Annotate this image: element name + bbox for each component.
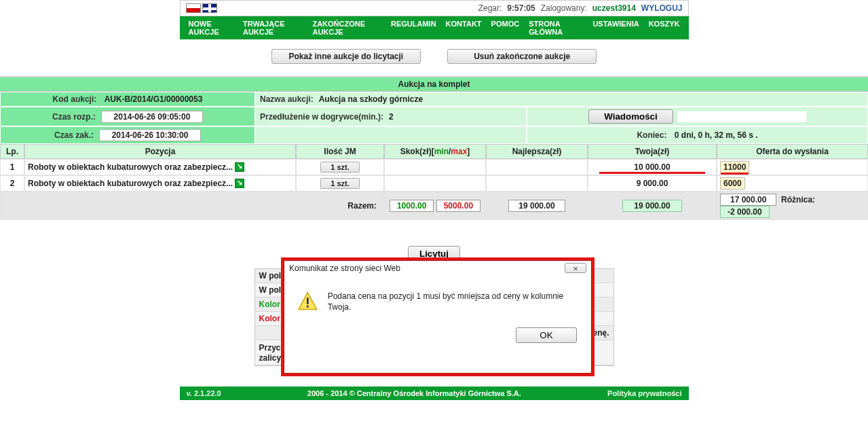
code-value: AUK-B/2014/G1/00000053 (105, 94, 203, 104)
sum-max: 5000.00 (436, 200, 480, 212)
clock-value: 9:57:05 (507, 3, 535, 13)
sum-oferta: 17 000.00 (720, 194, 776, 206)
start-value: 2014-06-26 09:05:00 (101, 111, 203, 123)
table-row: 2 Roboty w obiektach kubaturowych oraz z… (0, 175, 868, 192)
roz-label: Różnica: (781, 195, 815, 204)
close-icon[interactable]: ⨉ (565, 263, 586, 273)
start-label: Czas rozp.: (52, 112, 96, 122)
sum-najlepsza: 19 000.00 (508, 200, 565, 212)
finish-value: 0 dni, 0 h, 32 m, 56 s . (675, 130, 758, 140)
show-other-auctions-button[interactable]: Pokaż inne aukcje do licytacji (271, 49, 421, 64)
expand-icon[interactable] (235, 162, 244, 172)
ilosc-badge: 1 szt. (320, 178, 360, 189)
twoja-value: 9 000.00 (591, 177, 713, 190)
nav-home[interactable]: STRONA GŁÓWNA (524, 16, 588, 39)
offer-input[interactable]: 6000 (720, 177, 745, 190)
footer: v. 2.1.22.0 2006 - 2014 © Centralny Ośro… (180, 386, 689, 400)
user-name: uczest3914 (592, 3, 636, 13)
ext-label: Przedłużenie w dogrywce(min.): (260, 112, 383, 122)
nav-new[interactable]: NOWE AUKCJE (184, 16, 238, 39)
th-pozycja: Pozycja (24, 144, 296, 159)
version: v. 2.1.22.0 (187, 389, 221, 397)
ilosc-badge: 1 szt. (320, 162, 360, 173)
sum-twoja: 19 000.00 (622, 200, 681, 212)
nav-cart[interactable]: KOSZYK (644, 16, 685, 39)
th-lp: Lp. (0, 144, 24, 159)
auction-title: Aukcja na komplet (0, 77, 868, 92)
expand-icon[interactable] (235, 179, 244, 188)
auction-info: Aukcja na komplet Kod aukcji: AUK-B/2014… (0, 76, 868, 144)
ok-button[interactable]: OK (516, 327, 577, 343)
svg-rect-2 (307, 306, 309, 308)
code-label: Kod aukcji: (53, 94, 97, 104)
th-najlepsza: Najlepsza(zł) (486, 144, 588, 159)
pozycja-text: Roboty w obiektach kubaturowych oraz zab… (28, 162, 233, 172)
sum-row: Razem: 1000.00 5000.00 19 000.00 19 000.… (0, 192, 868, 220)
pozycja-text: Roboty w obiektach kubaturowych oraz zab… (28, 179, 233, 188)
warning-icon (297, 291, 318, 312)
twoja-value: 10 000.00 (591, 161, 713, 173)
clock-label: Zegar: (478, 3, 502, 13)
th-oferta: Oferta do wysłania (717, 144, 868, 159)
positions-table: Lp. Pozycja Ilość JM Skok(zł)[min/max] N… (0, 144, 868, 220)
top-bar: Zegar: 9:57:05 Zalogowany: uczest3914 WY… (180, 0, 689, 16)
logged-label: Zalogowany: (541, 3, 587, 13)
th-ilosc: Ilość JM (296, 144, 384, 159)
alert-dialog: Komunikat ze strony sieci Web ⨉ Podana c… (281, 257, 595, 376)
end-value: 2014-06-26 10:30:00 (99, 129, 201, 141)
flag-uk-icon[interactable] (202, 3, 217, 13)
remove-ended-auctions-button[interactable]: Usuń zakończone aukcje (447, 49, 597, 64)
name-value: Aukcja na szkody górnicze (319, 94, 423, 104)
nav-settings[interactable]: USTAWIENIA (588, 16, 643, 39)
th-twoja: Twoja(zł) (588, 144, 717, 159)
table-row: 1 Roboty w obiektach kubaturowych oraz z… (0, 159, 868, 175)
privacy-link[interactable]: Polityka prywatności (607, 389, 681, 397)
flag-pl-icon[interactable] (186, 3, 201, 13)
sum-roz: -2 000.00 (720, 206, 770, 218)
dialog-title: Komunikat ze strony sieci Web (289, 264, 400, 273)
th-skok: Skok(zł)[min/max] (384, 144, 486, 159)
sum-min: 1000.00 (390, 200, 434, 212)
ext-value: 2 (389, 112, 394, 122)
offer-input[interactable]: 11000 (720, 161, 749, 173)
name-label: Nazwa aukcji: (260, 94, 314, 104)
nav-active[interactable]: TRWAJĄCE AUKCJE (238, 16, 308, 39)
messages-strip (677, 111, 806, 122)
svg-rect-1 (307, 298, 309, 304)
messages-button[interactable]: Wiadomości (588, 109, 673, 124)
main-nav: NOWE AUKCJE TRWAJĄCE AUKCJE ZAKOŃCZONE A… (180, 16, 689, 39)
dialog-text: Podana cena na pozycji 1 musi być mniejs… (328, 291, 578, 312)
nav-help[interactable]: POMOC (487, 16, 525, 39)
sum-label: Razem: (0, 192, 384, 220)
finish-label: Koniec: (637, 130, 666, 140)
logout-link[interactable]: WYLOGUJ (641, 3, 683, 13)
nav-rules[interactable]: REGULAMIN (386, 16, 441, 39)
end-label: Czas zak.: (54, 130, 94, 140)
nav-contact[interactable]: KONTAKT (441, 16, 487, 39)
nav-ended[interactable]: ZAKOŃCZONE AUKCJE (307, 16, 386, 39)
